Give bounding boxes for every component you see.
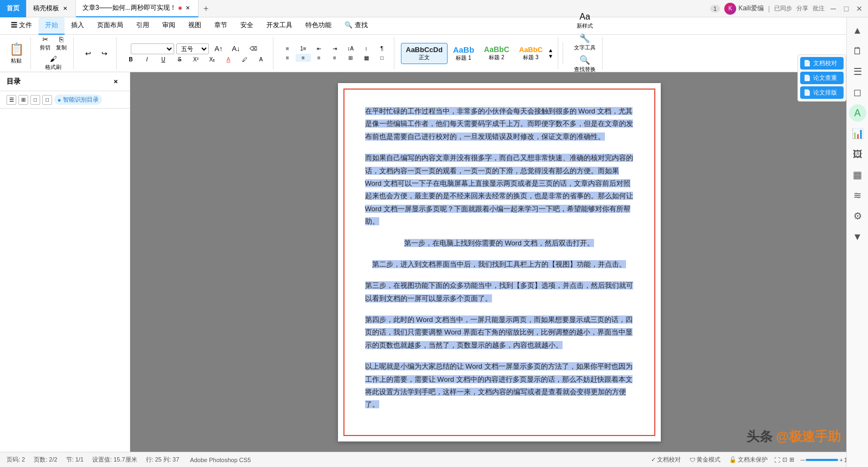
ribbon-tab-insert[interactable]: 插入	[65, 17, 91, 35]
text-tool-button[interactable]: 🔧 文字工具	[572, 32, 598, 53]
rp-scroll-up[interactable]: ▲	[849, 22, 866, 39]
rp-image[interactable]: 🖼	[849, 146, 866, 163]
cut-button[interactable]: ✂ 剪切	[37, 34, 53, 53]
tab-template[interactable]: 稿壳模板 ✕	[27, 0, 76, 17]
close-button[interactable]: ✕	[855, 4, 864, 13]
paper-layout-button[interactable]: 📄 论文排版	[800, 86, 844, 99]
paste-button[interactable]: 📋 粘贴	[7, 39, 26, 68]
plagiarism-check-button[interactable]: 📄 论文查重	[800, 72, 844, 84]
style-normal[interactable]: AaBbCcDd 正文	[401, 43, 448, 64]
font-name-select[interactable]	[131, 43, 174, 54]
align-left-button[interactable]: ≡	[280, 54, 295, 62]
rp-template[interactable]: 🗒	[849, 42, 866, 60]
ribbon-tab-security[interactable]: 安全	[234, 17, 260, 35]
justify-button[interactable]: ≡	[327, 54, 342, 62]
close-toc-icon: ✕	[113, 79, 118, 85]
ribbon-tab-reference[interactable]: 引用	[130, 17, 156, 35]
rp-settings[interactable]: ⚙	[849, 207, 866, 225]
smart-toc-button[interactable]: ● 智能识别目录	[54, 94, 102, 105]
toc-tool-grid[interactable]: ⊞	[18, 95, 28, 105]
ribbon-tab-chapter[interactable]: 章节	[208, 17, 234, 35]
ribbon-tab-layout[interactable]: 页面布局	[91, 17, 130, 35]
maximize-button[interactable]: □	[842, 4, 851, 13]
styles-scroll-arrows[interactable]: ▲ ▼	[548, 47, 553, 59]
annotate-button[interactable]: 批注	[813, 4, 825, 12]
decrease-font-button[interactable]: A↓	[228, 43, 244, 54]
minimize-button[interactable]: ─	[829, 4, 838, 13]
new-style-button[interactable]: Aa 新样式	[575, 11, 595, 31]
doc-check-button[interactable]: 📄 文档校对	[800, 57, 844, 70]
strikethrough-button[interactable]: S	[172, 55, 187, 64]
tab-home[interactable]: 首页	[0, 0, 27, 17]
title-bar: 首页 稿壳模板 ✕ 文章3——如何...两秒即可实现！ ✕ + 1 K Kail…	[0, 0, 868, 17]
ribbon-tab-start[interactable]: 开始	[39, 17, 65, 35]
rp-watermark[interactable]: ≋	[849, 187, 866, 204]
tab-template-close[interactable]: ✕	[61, 5, 69, 12]
find-replace-button[interactable]: 🔍 查找替换	[572, 54, 598, 74]
undo-button[interactable]: ↩	[80, 48, 95, 59]
align-center-button[interactable]: ≡	[296, 54, 311, 62]
tab-document-close[interactable]: ✕	[184, 4, 192, 12]
underline-icon: U	[161, 56, 165, 62]
tab-document[interactable]: 文章3——如何...两秒即可实现！ ✕	[76, 0, 199, 17]
document-page[interactable]: 在平时忙碌的工作过程当中，非常多的小伙伴会每天会接触到很多的 Word 文档，尤…	[338, 83, 661, 441]
format-painter-icon: 🖌	[50, 55, 57, 63]
redo-button[interactable]: ↪	[97, 48, 112, 59]
increase-font-button[interactable]: A↑	[211, 43, 226, 54]
text-shadow-button[interactable]: A	[253, 55, 269, 64]
bullet-list-button[interactable]: ≡	[280, 45, 295, 53]
rp-border[interactable]: ▦	[849, 166, 866, 184]
rp-art[interactable]: A	[849, 104, 866, 122]
ribbon-toolbar: 📋 粘贴 ✂ 剪切 ⎘ 复制 🖌 格式刷	[0, 35, 868, 72]
copy-icon: ⎘	[59, 35, 63, 43]
toc-tool-list[interactable]: ☰	[7, 95, 16, 105]
style-h2[interactable]: AaBbC 标题 2	[480, 43, 514, 64]
para7-text: 以上呢就是小编为大家总结的让 Word 文档一屏显示多页的方法了，如果你平时也因…	[365, 362, 633, 408]
numbered-list-button[interactable]: 1≡	[296, 45, 311, 53]
decrease-indent-button[interactable]: ⇤	[311, 45, 327, 53]
toc-header: 目录 ✕	[0, 72, 130, 91]
toc-tool-option2[interactable]: □	[42, 95, 52, 105]
col-layout-button[interactable]: ⊞	[343, 54, 358, 62]
align-right-button[interactable]: ≡	[311, 54, 327, 62]
rp-chart[interactable]: 📊	[849, 125, 866, 142]
bold-button[interactable]: B	[123, 55, 138, 64]
strikethrough-icon: S	[178, 56, 182, 62]
ribbon-tab-search[interactable]: 🔍 查找	[338, 17, 374, 35]
copy-button[interactable]: ⎘ 复制	[54, 34, 69, 53]
ribbon-tab-review[interactable]: 审阅	[156, 17, 182, 35]
share-button[interactable]: 分享	[796, 4, 808, 12]
italic-button[interactable]: I	[139, 55, 155, 64]
sync-status[interactable]: 已同步	[774, 4, 792, 12]
underline-button[interactable]: U	[156, 55, 171, 64]
format-painter-button[interactable]: 🖌 格式刷	[43, 54, 63, 72]
border-button[interactable]: □	[374, 54, 390, 62]
line-spacing-button[interactable]: ↕	[359, 45, 374, 53]
ribbon-tab-view[interactable]: 视图	[182, 17, 208, 35]
style-normal-preview: AaBbCcDd	[406, 46, 443, 54]
font-color-button[interactable]: A	[221, 55, 236, 64]
style-h3[interactable]: AaBbC 标题 3	[515, 43, 547, 64]
ribbon-tab-special[interactable]: 特色功能	[299, 17, 338, 35]
font-size-select[interactable]: 五号	[176, 43, 209, 54]
para5-text: 第三步，在视图功能下面的众多功能当中，找到【多页】选项，并点击，然后我们就可以看…	[365, 281, 633, 302]
rp-shape[interactable]: ◻	[849, 84, 866, 101]
increase-indent-button[interactable]: ⇥	[327, 45, 342, 53]
close-toc-button[interactable]: ✕	[108, 78, 123, 86]
subscript-button[interactable]: X₂	[205, 55, 220, 64]
toc-tool-option1[interactable]: □	[30, 95, 40, 105]
document-area[interactable]: 在平时忙碌的工作过程当中，非常多的小伙伴会每天会接触到很多的 Word 文档，尤…	[130, 72, 868, 452]
paragraph-marks-button[interactable]: ¶	[374, 45, 390, 53]
style-h1[interactable]: AaBb 标题 1	[449, 43, 478, 64]
highlight-button[interactable]: 🖊	[237, 55, 252, 64]
rp-scroll-down[interactable]: ▼	[849, 228, 866, 245]
new-tab-button[interactable]: +	[199, 1, 214, 16]
border-shading-button[interactable]: ▦	[359, 54, 374, 62]
ribbon-tab-devtools[interactable]: 开发工具	[260, 17, 299, 35]
sort-button[interactable]: ↕A	[343, 45, 358, 53]
rp-select[interactable]: ☰	[849, 63, 866, 80]
redo-icon: ↪	[101, 49, 107, 58]
superscript-button[interactable]: X²	[188, 55, 203, 64]
ribbon-tab-file[interactable]: ☰ 文件	[4, 17, 39, 35]
clear-format-button[interactable]: ⌫	[246, 45, 261, 53]
